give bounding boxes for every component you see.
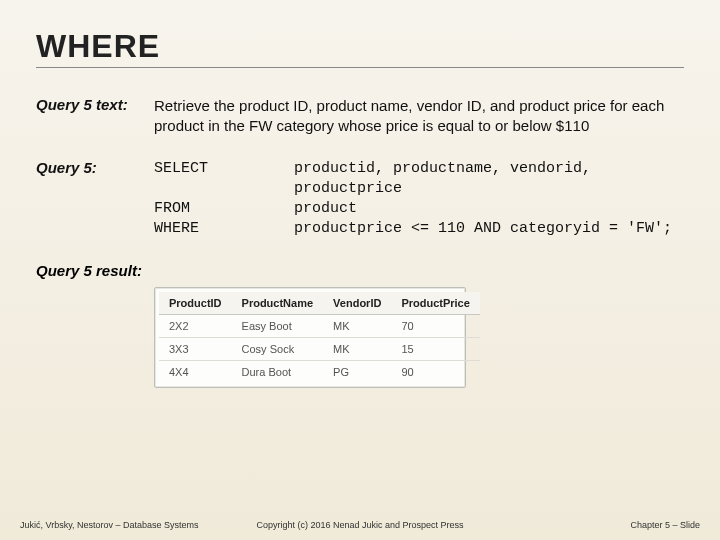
result-table-container: ProductID ProductName VendorID ProductPr… (154, 287, 466, 388)
cell: PG (323, 360, 391, 383)
cell: 3X3 (159, 337, 232, 360)
col-vendorid: VendorID (323, 292, 391, 315)
cell: 4X4 (159, 360, 232, 383)
cell: MK (323, 337, 391, 360)
sql-kw-from: FROM (154, 199, 294, 219)
cell: Dura Boot (232, 360, 324, 383)
cell: 2X2 (159, 314, 232, 337)
col-productprice: ProductPrice (391, 292, 479, 315)
sql-block: SELECT FROM WHERE productid, productname… (154, 159, 684, 240)
slide-title: WHERE (36, 28, 684, 68)
sql-kw-select: SELECT (154, 159, 294, 179)
cell: 15 (391, 337, 479, 360)
col-productid: ProductID (159, 292, 232, 315)
footer-right: Chapter 5 – Slide (630, 520, 700, 530)
cell: Cosy Sock (232, 337, 324, 360)
cell: MK (323, 314, 391, 337)
cell: 90 (391, 360, 479, 383)
table-header-row: ProductID ProductName VendorID ProductPr… (159, 292, 480, 315)
query-text-row: Query 5 text: Retrieve the product ID, p… (36, 96, 684, 137)
sql-select-cols: productid, productname, vendorid, produc… (294, 159, 684, 200)
query-label: Query 5: (36, 159, 154, 240)
sql-where-body: productprice <= 110 AND categoryid = 'FW… (294, 219, 684, 239)
sql-body: productid, productname, vendorid, produc… (294, 159, 684, 240)
sql-keywords: SELECT FROM WHERE (154, 159, 294, 240)
sql-from-body: product (294, 199, 684, 219)
col-productname: ProductName (232, 292, 324, 315)
cell: 70 (391, 314, 479, 337)
footer-left: Jukić, Vrbsky, Nestorov – Database Syste… (20, 520, 199, 530)
footer: Jukić, Vrbsky, Nestorov – Database Syste… (0, 520, 720, 530)
sql-kw-where: WHERE (154, 219, 294, 239)
table-row: 3X3 Cosy Sock MK 15 (159, 337, 480, 360)
table-row: 2X2 Easy Boot MK 70 (159, 314, 480, 337)
query-text-body: Retrieve the product ID, product name, v… (154, 96, 684, 137)
query-sql-row: Query 5: SELECT FROM WHERE productid, pr… (36, 159, 684, 240)
result-table: ProductID ProductName VendorID ProductPr… (159, 292, 480, 383)
table-row: 4X4 Dura Boot PG 90 (159, 360, 480, 383)
query-text-label: Query 5 text: (36, 96, 154, 137)
result-label: Query 5 result: (36, 262, 684, 279)
cell: Easy Boot (232, 314, 324, 337)
